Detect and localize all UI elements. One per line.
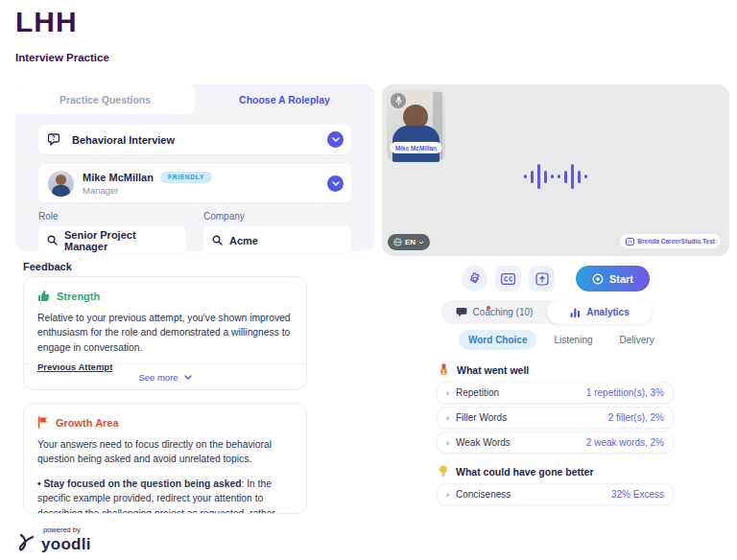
gone-better-heading: What could have gone better xyxy=(456,466,594,478)
notification-dot xyxy=(487,306,490,310)
language-selector[interactable]: EN xyxy=(388,234,430,250)
watermark-pill: Brenda CareerStudio.Test xyxy=(620,234,721,248)
tab-coaching[interactable]: Coaching (10) xyxy=(441,300,547,324)
persona-name: Mike McMillan xyxy=(83,172,154,183)
yoodli-wordmark: yoodli xyxy=(41,535,91,553)
chevron-right-icon: › xyxy=(446,490,449,500)
globe-icon xyxy=(393,238,402,246)
interview-practice-app: LHH Interview Practice Practice Question… xyxy=(0,0,737,560)
search-icon xyxy=(47,235,58,245)
metric-value: 32% Excess xyxy=(611,489,664,500)
role-input[interactable]: Senior Project Manager xyxy=(38,226,186,254)
bar-chart-icon xyxy=(570,308,581,317)
analytics-tab-group: Coaching (10) Analytics xyxy=(441,300,653,324)
coaching-tab-label: Coaching (10) xyxy=(473,307,534,317)
settings-button[interactable] xyxy=(462,266,487,292)
subtab-delivery[interactable]: Delivery xyxy=(610,330,664,350)
audio-waveform xyxy=(524,164,587,189)
subtab-word-choice[interactable]: Word Choice xyxy=(459,330,536,350)
participant-name-pill: Mike McMillan xyxy=(390,142,442,153)
lightbulb-icon xyxy=(439,465,448,478)
search-icon xyxy=(212,235,223,245)
feedback-heading: Feedback xyxy=(23,261,72,272)
gone-better-heading-row: What could have gone better xyxy=(439,465,594,478)
role-value: Senior Project Manager xyxy=(64,229,178,252)
analytics-subtabs: Word Choice Listening Delivery xyxy=(459,330,664,350)
persona-selector[interactable]: Mike McMillan FRIENDLY Manager xyxy=(38,164,351,202)
trophy-icon: 1 xyxy=(439,363,449,376)
persona-chevron-down-icon[interactable] xyxy=(327,175,344,192)
strength-title: Strength xyxy=(57,291,100,302)
flag-icon xyxy=(37,416,49,429)
persona-subtitle: Manager xyxy=(83,185,212,196)
mic-icon xyxy=(391,93,406,108)
growth-title: Growth Area xyxy=(56,417,119,429)
session-controls: Start xyxy=(382,266,729,292)
analytics-tab-label: Analytics xyxy=(586,307,629,317)
powered-by-yoodli: powered by yoodli xyxy=(17,525,91,554)
went-well-heading-row: 1 What went well xyxy=(439,363,529,376)
setup-tabs: Practice Questions Choose A Roleplay xyxy=(15,84,374,114)
persona-avatar xyxy=(48,171,74,197)
thumbs-up-icon xyxy=(37,290,50,302)
svg-text:1: 1 xyxy=(442,369,445,375)
metric-row-repetition[interactable]: › Repetition 1 repetition(s), 3% xyxy=(437,382,674,404)
tab-choose-a-roleplay[interactable]: Choose A Roleplay xyxy=(195,84,374,114)
powered-by-label: powered by xyxy=(43,525,91,534)
participant-video-thumbnail[interactable]: Mike McMillan xyxy=(387,89,445,162)
metric-value: 1 repetition(s), 3% xyxy=(586,387,664,398)
video-stage: Mike McMillan EN Brenda CareerStudio.Tes… xyxy=(382,84,729,256)
see-more-label: See more xyxy=(138,372,178,383)
subtab-listening[interactable]: Listening xyxy=(544,330,602,350)
page-title: Interview Practice xyxy=(15,52,109,63)
watermark-text: Brenda CareerStudio.Test xyxy=(637,238,715,245)
chevron-down-icon xyxy=(184,375,192,380)
metric-label: Conciseness xyxy=(456,489,511,500)
coaching-chat-icon xyxy=(456,307,467,317)
svg-text:?: ? xyxy=(52,134,56,141)
interview-type-label: Behavioral Interview xyxy=(72,134,175,146)
metric-value: 2 weak words, 2% xyxy=(586,437,664,448)
record-icon xyxy=(592,273,604,285)
chevron-down-icon xyxy=(418,241,424,245)
lhh-logo: LHH xyxy=(15,6,78,38)
yoodli-squiggle-icon xyxy=(17,531,36,554)
strength-body: Relative to your previous attempt, you'v… xyxy=(37,311,293,355)
company-field-label: Company xyxy=(203,211,351,222)
language-code: EN xyxy=(405,238,416,246)
roleplay-setup-panel: Practice Questions Choose A Roleplay ? B… xyxy=(15,84,374,251)
company-input[interactable]: Acme xyxy=(203,226,351,254)
gear-icon xyxy=(468,272,482,286)
chevron-right-icon: › xyxy=(446,413,449,423)
captions-button[interactable] xyxy=(495,266,521,292)
went-well-heading: What went well xyxy=(457,364,529,376)
closed-captions-icon xyxy=(501,273,515,285)
metric-row-filler-words[interactable]: › Filler Words 2 filler(s), 2% xyxy=(437,407,674,429)
metric-label: Filler Words xyxy=(456,412,507,423)
chevron-right-icon: › xyxy=(446,388,449,398)
company-value: Acme xyxy=(229,235,258,246)
upload-icon xyxy=(535,272,549,286)
interview-type-chevron-down-icon[interactable] xyxy=(327,131,344,148)
growth-area-card: Growth Area Your answers need to focus d… xyxy=(23,403,307,514)
chevron-right-icon: › xyxy=(446,438,449,448)
growth-bullet-lead: • Stay focused on the question being ask… xyxy=(37,478,241,489)
tab-analytics[interactable]: Analytics xyxy=(547,300,653,324)
see-more-button[interactable]: See more xyxy=(24,363,306,389)
growth-bullet: • Stay focused on the question being ask… xyxy=(37,477,293,514)
voice-badge-icon xyxy=(626,238,634,245)
interview-type-selector[interactable]: ? Behavioral Interview xyxy=(38,125,351,154)
start-label: Start xyxy=(609,273,633,285)
metric-row-weak-words[interactable]: › Weak Words 2 weak words, 2% xyxy=(437,432,674,454)
growth-body: Your answers need to focus directly on t… xyxy=(37,437,293,467)
role-field-label: Role xyxy=(38,211,186,222)
start-button[interactable]: Start xyxy=(576,266,650,292)
metric-row-conciseness[interactable]: › Conciseness 32% Excess xyxy=(437,483,674,505)
persona-friendly-badge: FRIENDLY xyxy=(160,172,212,183)
tab-practice-questions[interactable]: Practice Questions xyxy=(15,84,195,114)
metric-label: Weak Words xyxy=(456,437,511,448)
chat-question-icon: ? xyxy=(48,133,63,147)
strength-card: Strength Relative to your previous attem… xyxy=(23,276,307,390)
metric-label: Repetition xyxy=(456,387,499,398)
upload-button[interactable] xyxy=(529,266,555,292)
